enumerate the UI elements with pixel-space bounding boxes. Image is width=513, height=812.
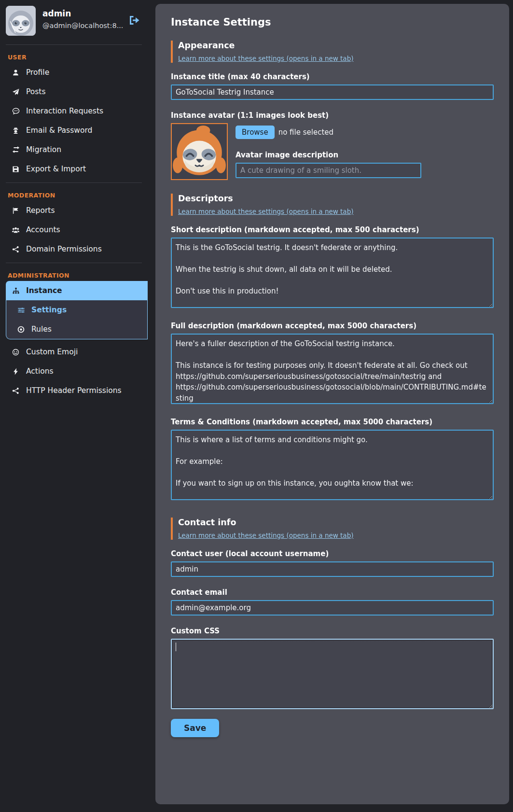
sitemap-icon xyxy=(12,287,20,294)
sidebar-item-posts[interactable]: Posts xyxy=(0,82,148,101)
divider xyxy=(6,263,142,263)
sidebar-item-email-password[interactable]: Email & Password xyxy=(0,121,148,140)
sidebar-item-interaction-requests[interactable]: Interaction Requests xyxy=(0,101,148,121)
sidebar-item-label: Instance xyxy=(26,286,62,295)
section-title: Descriptors xyxy=(178,194,494,203)
learn-more-link[interactable]: Learn more about these settings (opens i… xyxy=(178,532,353,539)
sidebar-item-label: Accounts xyxy=(26,225,60,234)
nav-section-moderation: MODERATION xyxy=(0,187,148,201)
smiley-icon xyxy=(12,349,20,356)
sidebar-item-label: Settings xyxy=(31,306,67,314)
contact-user-label: Contact user (local account username) xyxy=(171,549,494,558)
sidebar-item-label: Custom Emoji xyxy=(26,348,78,356)
share-nodes-icon xyxy=(12,246,20,253)
sidebar-item-migration[interactable]: Migration xyxy=(0,140,148,159)
sidebar-item-settings[interactable]: Settings xyxy=(6,300,147,320)
browse-button[interactable]: Browse xyxy=(236,126,275,139)
user-icon xyxy=(12,69,20,76)
instance-title-label: Instance title (max 40 characters) xyxy=(171,72,494,81)
instance-title-input[interactable] xyxy=(171,84,494,100)
nav-section-user: USER xyxy=(0,49,148,63)
sidebar-item-instance[interactable]: Instance xyxy=(6,281,148,300)
circle-dot-icon xyxy=(17,326,25,333)
section-contact-info: Contact info Learn more about these sett… xyxy=(171,518,494,540)
sidebar-item-label: Actions xyxy=(26,367,54,376)
user-secret-icon xyxy=(12,127,20,134)
sidebar-item-label: Migration xyxy=(26,145,61,154)
nav-section-administration: ADMINISTRATION xyxy=(0,267,148,281)
sidebar-item-profile[interactable]: Profile xyxy=(0,63,148,82)
custom-css-label: Custom CSS xyxy=(171,627,494,635)
sidebar-item-reports[interactable]: Reports xyxy=(0,201,148,220)
section-descriptors: Descriptors Learn more about these setti… xyxy=(171,194,494,216)
short-description-label: Short description (markdown accepted, ma… xyxy=(171,225,494,234)
divider xyxy=(6,44,142,45)
sidebar-item-domain-permissions[interactable]: Domain Permissions xyxy=(0,239,148,259)
avatar-description-input[interactable] xyxy=(236,163,421,178)
sidebar-item-label: Interaction Requests xyxy=(26,107,103,115)
short-description-textarea[interactable]: This is the GoToSocial testrig. It doesn… xyxy=(171,238,494,308)
custom-css-textarea[interactable] xyxy=(171,639,494,709)
sidebar-item-rules[interactable]: Rules xyxy=(6,320,147,339)
sidebar-item-label: Rules xyxy=(31,325,52,334)
text-caret xyxy=(176,643,176,651)
bolt-icon xyxy=(12,368,20,375)
instance-avatar-image xyxy=(171,123,228,180)
sidebar: admin @admin@localhost:8... USER Profile… xyxy=(0,0,148,812)
users-icon xyxy=(12,226,20,234)
floppy-disk-icon xyxy=(12,166,20,173)
user-avatar xyxy=(6,6,36,36)
sidebar-item-label: Reports xyxy=(26,206,55,215)
sidebar-item-accounts[interactable]: Accounts xyxy=(0,220,148,239)
sidebar-item-label: Posts xyxy=(26,87,46,96)
terms-textarea[interactable]: This is where a list of terms and condit… xyxy=(171,430,494,500)
instance-submenu: Settings Rules xyxy=(6,300,148,339)
sidebar-item-label: Profile xyxy=(26,68,49,77)
paper-plane-icon xyxy=(12,88,20,96)
section-title: Contact info xyxy=(178,518,494,527)
sidebar-item-label: HTTP Header Permissions xyxy=(26,386,122,395)
full-description-textarea[interactable]: Here's a fuller description of the GoToS… xyxy=(171,334,494,404)
section-appearance: Appearance Learn more about these settin… xyxy=(171,41,494,63)
sidebar-item-export-import[interactable]: Export & Import xyxy=(0,159,148,179)
sidebar-item-label: Export & Import xyxy=(26,165,86,173)
file-status: no file selected xyxy=(278,128,333,137)
share-nodes-icon xyxy=(12,387,20,394)
contact-user-input[interactable] xyxy=(171,561,494,577)
page-title: Instance Settings xyxy=(171,16,494,28)
sidebar-item-http-header-permissions[interactable]: HTTP Header Permissions xyxy=(0,381,148,400)
user-name: admin xyxy=(42,9,123,18)
learn-more-link[interactable]: Learn more about these settings (opens i… xyxy=(178,55,353,62)
instance-avatar-label: Instance avatar (1:1 images look best) xyxy=(171,111,494,120)
contact-email-input[interactable] xyxy=(171,600,494,616)
sidebar-item-label: Domain Permissions xyxy=(26,245,102,253)
divider xyxy=(6,182,142,183)
sidebar-item-label: Email & Password xyxy=(26,126,92,135)
instance-settings-panel: Instance Settings Appearance Learn more … xyxy=(155,4,509,804)
user-card[interactable]: admin @admin@localhost:8... xyxy=(0,0,148,41)
user-handle: @admin@localhost:8... xyxy=(42,22,123,29)
contact-email-label: Contact email xyxy=(171,588,494,597)
comment-icon xyxy=(12,107,20,115)
sidebar-item-custom-emoji[interactable]: Custom Emoji xyxy=(0,342,148,362)
section-title: Appearance xyxy=(178,41,494,50)
full-description-label: Full description (markdown accepted, max… xyxy=(171,322,494,330)
sidebar-item-actions[interactable]: Actions xyxy=(0,362,148,381)
sliders-icon xyxy=(17,307,25,314)
flag-icon xyxy=(12,207,20,214)
logout-icon[interactable] xyxy=(128,14,140,26)
avatar-description-label: Avatar image description xyxy=(236,151,421,159)
exchange-arrows-icon xyxy=(12,146,20,154)
learn-more-link[interactable]: Learn more about these settings (opens i… xyxy=(178,208,353,215)
save-button[interactable]: Save xyxy=(171,719,219,737)
terms-label: Terms & Conditions (markdown accepted, m… xyxy=(171,418,494,426)
